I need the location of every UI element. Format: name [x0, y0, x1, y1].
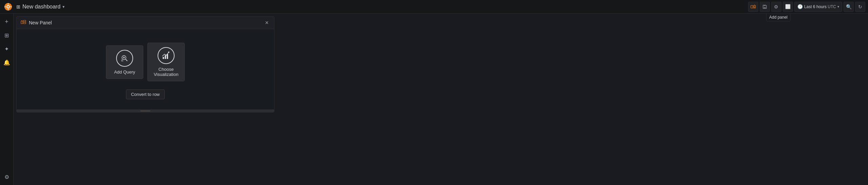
add-query-icon: [116, 50, 133, 67]
refresh-icon: ↻: [858, 4, 862, 9]
topbar: ⊞ New dashboard ▾ ⚙: [0, 0, 868, 14]
topbar-right: ⚙ ⬜ 🕐 Last 6 hours UTC ▾ 🔍 ↻ Add panel: [748, 2, 865, 12]
refresh-button[interactable]: ↻: [855, 2, 865, 12]
choose-visualization-label: Choose Visualization: [154, 67, 179, 77]
dashboard-settings-button[interactable]: ⚙: [771, 2, 781, 12]
gear-icon: ⚙: [774, 4, 778, 9]
svg-rect-25: [163, 57, 164, 59]
time-range-label: Last 6 hours UTC: [804, 4, 836, 9]
choose-visualization-icon: [158, 47, 175, 64]
clock-icon: 🕐: [797, 4, 803, 9]
gear-icon: ⚙: [4, 174, 9, 180]
grafana-logo[interactable]: [3, 1, 14, 12]
svg-rect-16: [23, 22, 26, 24]
explore-icon: ✦: [4, 46, 9, 52]
monitor-icon: ⬜: [785, 4, 791, 9]
new-panel-container: New Panel ×: [16, 16, 274, 112]
add-query-label: Add Query: [114, 69, 135, 75]
search-button[interactable]: 🔍: [844, 2, 854, 12]
sidebar: + ⊞ ✦ 🔔 ⚙: [0, 14, 14, 185]
svg-point-28: [168, 52, 169, 53]
time-range-button[interactable]: 🕐 Last 6 hours UTC ▾: [794, 2, 842, 12]
save-dashboard-button[interactable]: [760, 2, 770, 12]
dashboard-title-container[interactable]: ⊞ New dashboard ▾: [16, 4, 65, 10]
convert-to-row-button[interactable]: Convert to row: [126, 89, 165, 99]
panel-header: New Panel ×: [17, 17, 274, 29]
panel-header-left: New Panel: [21, 19, 52, 26]
svg-rect-12: [764, 7, 766, 8]
svg-rect-26: [165, 55, 166, 59]
add-panel-button[interactable]: [748, 2, 758, 12]
sidebar-item-dashboards[interactable]: ⊞: [1, 30, 12, 41]
time-range-arrow: ▾: [837, 5, 839, 8]
panel-actions: Add Query Choo: [106, 43, 185, 81]
panel-resize-handle[interactable]: [17, 109, 274, 112]
svg-rect-14: [21, 21, 23, 24]
add-panel-tooltip: Add panel: [766, 13, 791, 21]
svg-rect-13: [764, 5, 765, 6]
main-container: + ⊞ ✦ 🔔 ⚙: [0, 14, 868, 185]
search-icon: 🔍: [846, 4, 852, 9]
svg-rect-8: [754, 5, 756, 7]
panel-body: Add Query Choo: [17, 29, 274, 109]
dashboards-icon: ⊞: [4, 32, 9, 39]
cycle-view-mode-button[interactable]: ⬜: [783, 2, 793, 12]
panel-header-icon: [21, 19, 26, 26]
sidebar-item-add[interactable]: +: [1, 16, 12, 27]
svg-rect-15: [23, 20, 26, 22]
svg-rect-7: [751, 5, 753, 8]
svg-rect-9: [754, 7, 756, 8]
bell-icon: 🔔: [3, 59, 10, 66]
sidebar-item-alerting[interactable]: 🔔: [1, 57, 12, 68]
panel-title: New Panel: [29, 20, 52, 25]
topbar-left: ⊞ New dashboard ▾: [3, 1, 65, 12]
choose-visualization-button[interactable]: Choose Visualization: [147, 43, 185, 81]
panel-close-button[interactable]: ×: [264, 20, 270, 26]
add-icon: +: [5, 18, 8, 25]
svg-point-2: [7, 6, 9, 7]
dashboard-title: New dashboard: [22, 4, 60, 10]
sidebar-item-explore[interactable]: ✦: [1, 43, 12, 54]
dashboard-title-arrow: ▾: [62, 4, 65, 9]
add-query-button[interactable]: Add Query: [106, 45, 143, 79]
dashboard-content: New Panel ×: [14, 14, 868, 185]
svg-line-22: [126, 59, 127, 61]
dashboard-grid-icon: ⊞: [16, 4, 20, 9]
sidebar-item-settings[interactable]: ⚙: [1, 171, 12, 182]
